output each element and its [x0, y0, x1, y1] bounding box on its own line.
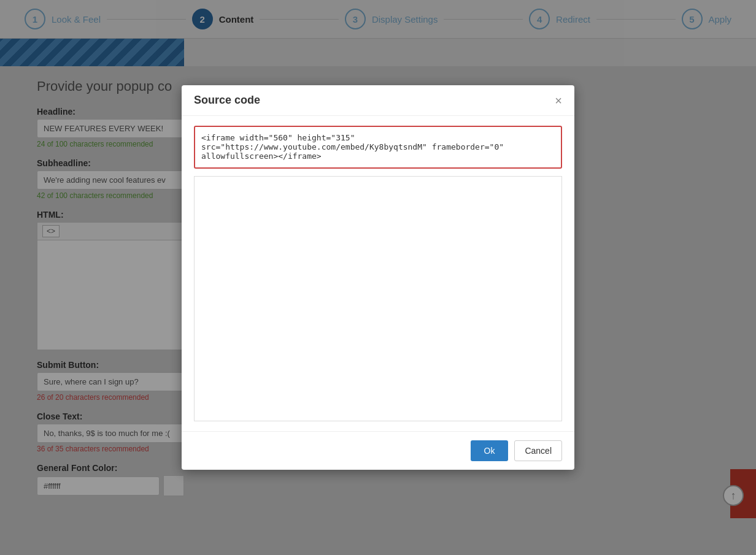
cancel-button[interactable]: Cancel — [514, 440, 562, 461]
modal-close-button[interactable]: × — [555, 94, 562, 107]
ok-button[interactable]: Ok — [471, 440, 509, 461]
modal-overlay[interactable]: Source code × Ok Cancel — [0, 0, 756, 555]
source-code-main-area — [194, 176, 562, 421]
modal-body — [182, 116, 574, 431]
source-code-textarea[interactable] — [194, 126, 562, 169]
modal-header: Source code × — [182, 85, 574, 116]
source-code-modal: Source code × Ok Cancel — [182, 85, 574, 470]
modal-footer: Ok Cancel — [182, 431, 574, 470]
modal-title: Source code — [194, 94, 260, 107]
